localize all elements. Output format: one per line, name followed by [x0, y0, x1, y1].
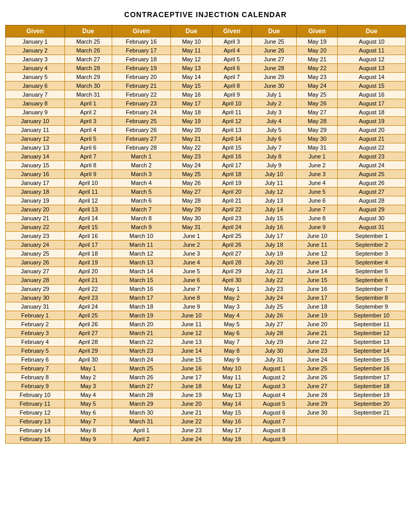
table-cell: January 2 — [6, 46, 65, 55]
table-cell: May 10 — [212, 364, 251, 373]
table-row: January 7March 31February 22May 16April … — [6, 90, 406, 99]
table-cell: April 16 — [64, 232, 112, 241]
table-cell: May 28 — [171, 196, 212, 205]
table-cell: March 5 — [112, 188, 171, 196]
table-cell: February 8 — [6, 373, 65, 382]
table-cell: June 4 — [297, 179, 338, 188]
table-cell: May 21 — [297, 55, 338, 64]
table-cell: January 4 — [6, 64, 65, 73]
column-header: Given — [112, 25, 171, 37]
table-cell: July 3 — [251, 108, 297, 117]
table-cell: July 16 — [251, 223, 297, 232]
table-cell: April 25 — [64, 311, 112, 320]
table-cell: June 13 — [171, 338, 212, 347]
table-cell: March 3 — [112, 170, 171, 179]
table-row: February 5April 29March 23June 14May 8Ju… — [6, 347, 406, 355]
table-cell: May 16 — [171, 90, 212, 99]
table-cell: May 1 — [212, 285, 251, 294]
table-cell: February 7 — [6, 364, 65, 373]
table-cell: May 13 — [212, 391, 251, 400]
table-cell: January 25 — [6, 249, 65, 258]
table-cell: April 12 — [212, 117, 251, 126]
table-cell: February 12 — [6, 408, 65, 417]
table-cell: April 17 — [64, 241, 112, 249]
table-cell: April 21 — [64, 276, 112, 285]
table-cell: March 1 — [112, 152, 171, 161]
table-cell: July 30 — [251, 347, 297, 355]
table-cell — [297, 435, 338, 444]
table-cell: February 21 — [112, 82, 171, 90]
table-cell: April 16 — [212, 152, 251, 161]
table-cell: April 15 — [212, 143, 251, 152]
table-cell: May 23 — [171, 152, 212, 161]
table-row: January 15April 8March 2May 24April 17Ju… — [6, 161, 406, 170]
table-cell: September 18 — [338, 382, 406, 391]
table-cell: May 2 — [64, 373, 112, 382]
table-cell: June 20 — [171, 400, 212, 408]
table-cell: February 14 — [6, 426, 65, 435]
table-cell: June 27 — [297, 382, 338, 391]
table-cell: September 15 — [338, 355, 406, 364]
table-cell: June 11 — [297, 241, 338, 249]
table-cell: February 9 — [6, 382, 65, 391]
table-cell: February 13 — [6, 417, 65, 426]
table-cell: June 2 — [297, 161, 338, 170]
table-cell: August 28 — [338, 196, 406, 205]
table-cell: January 26 — [6, 258, 65, 267]
table-row: February 7May 1March 25June 16May 10Augu… — [6, 364, 406, 373]
table-cell: July 29 — [251, 338, 297, 347]
table-cell: August 21 — [338, 135, 406, 143]
table-cell: July 18 — [251, 241, 297, 249]
table-cell: July 10 — [251, 170, 297, 179]
table-cell: August 17 — [338, 99, 406, 108]
table-cell: June 29 — [251, 73, 297, 82]
table-cell: September 7 — [338, 285, 406, 294]
table-cell: July 13 — [251, 196, 297, 205]
table-cell: June 12 — [297, 249, 338, 258]
table-cell: May 5 — [64, 400, 112, 408]
table-cell: June 5 — [171, 267, 212, 276]
table-cell: July 11 — [251, 179, 297, 188]
table-cell: May 17 — [212, 426, 251, 435]
table-cell: April 8 — [212, 82, 251, 90]
table-cell: February 10 — [6, 391, 65, 400]
table-cell: July 26 — [251, 311, 297, 320]
table-cell: May 15 — [171, 82, 212, 90]
table-cell: March 15 — [112, 276, 171, 285]
table-cell: May 21 — [171, 135, 212, 143]
table-cell: August 25 — [338, 170, 406, 179]
table-cell: July 25 — [251, 302, 297, 311]
table-cell: February 26 — [112, 126, 171, 135]
table-cell: May 31 — [297, 143, 338, 152]
column-header: Due — [338, 25, 406, 37]
table-row: January 17April 10March 4May 26April 19J… — [6, 179, 406, 188]
table-cell: January 3 — [6, 55, 65, 64]
table-cell: February 3 — [6, 329, 65, 338]
table-cell: April 4 — [64, 126, 112, 135]
table-cell: July 1 — [251, 90, 297, 99]
table-cell: April 27 — [64, 329, 112, 338]
table-cell: August 10 — [338, 37, 406, 46]
column-header: Given — [212, 25, 251, 37]
table-cell: July 22 — [251, 276, 297, 285]
table-cell: February 19 — [112, 64, 171, 73]
table-cell: April 11 — [212, 108, 251, 117]
table-cell: April 20 — [212, 188, 251, 196]
table-row: January 16April 9March 3May 25April 18Ju… — [6, 170, 406, 179]
table-cell: August 9 — [251, 435, 297, 444]
table-cell — [338, 417, 406, 426]
table-cell: June 23 — [171, 426, 212, 435]
table-cell: June 16 — [297, 285, 338, 294]
table-cell: April 19 — [64, 258, 112, 267]
table-cell: April 30 — [64, 355, 112, 364]
table-row: January 23April 16March 10June 1April 25… — [6, 232, 406, 241]
table-cell: February 5 — [6, 347, 65, 355]
table-cell: March 25 — [64, 37, 112, 46]
table-cell: August 24 — [338, 161, 406, 170]
table-cell: June 1 — [297, 152, 338, 161]
table-cell: April 21 — [212, 196, 251, 205]
table-cell: April 11 — [64, 188, 112, 196]
table-cell: April 14 — [64, 214, 112, 223]
table-cell: January 20 — [6, 205, 65, 214]
table-cell: March 30 — [64, 82, 112, 90]
